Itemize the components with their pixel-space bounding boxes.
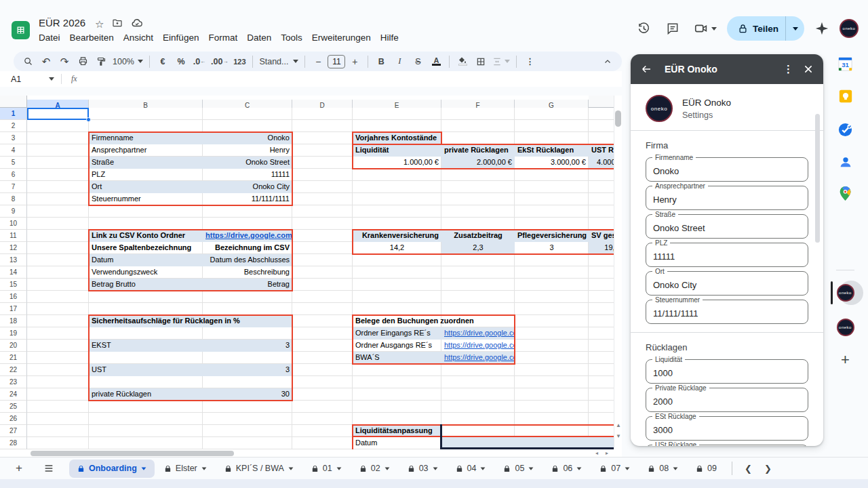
cell-F5[interactable]: 2.000,00 €: [441, 157, 515, 169]
google-keep-icon[interactable]: [823, 89, 868, 104]
back-icon[interactable]: [640, 63, 652, 75]
field-ust-r-cklage[interactable]: USt Rücklage: [646, 445, 808, 446]
row-header-6[interactable]: 6: [0, 169, 27, 181]
sheet-tab-08[interactable]: 08: [639, 460, 686, 478]
menu-bearbeiten[interactable]: Bearbeiten: [65, 30, 119, 45]
tabs-scroll-left-icon[interactable]: ❮: [745, 464, 752, 474]
hide-menus-button[interactable]: [599, 54, 616, 70]
cell-C5[interactable]: Onoko Street: [203, 157, 292, 169]
cell-B15[interactable]: Betrag Brutto: [89, 279, 203, 291]
row-header-9[interactable]: 9: [0, 205, 27, 218]
row-header-12[interactable]: 12: [0, 242, 27, 254]
row-header-25[interactable]: 25: [0, 401, 27, 413]
cells-area[interactable]: FirmennameOnokoAnsprechpartnerHenryStraß…: [27, 108, 614, 449]
field-stra-e[interactable]: Straße: [646, 214, 808, 239]
cell-C13[interactable]: Datum des Abschlusses: [203, 254, 292, 266]
italic-button[interactable]: I: [391, 54, 408, 70]
decrease-decimals-button[interactable]: .0←: [191, 54, 208, 70]
cell-G4[interactable]: EkSt Rücklagen: [515, 144, 589, 157]
cell-F12[interactable]: 2,3: [441, 242, 515, 254]
share-button-main[interactable]: Teilen: [727, 16, 785, 41]
sheet-tab-elster[interactable]: Elster: [156, 460, 215, 478]
share-button[interactable]: Teilen: [727, 16, 804, 41]
row-header-28[interactable]: 28: [0, 437, 27, 449]
cell-E3[interactable]: Vorjahres Kontostände: [353, 132, 441, 144]
cell-B5[interactable]: Straße: [89, 157, 203, 169]
tabs-scroll-right-icon[interactable]: ❯: [764, 464, 772, 474]
cell-B24[interactable]: private Rücklagen: [89, 388, 203, 401]
cell-F11[interactable]: Zusatzbeitrag: [441, 230, 515, 242]
decrease-font-size-button[interactable]: −: [309, 54, 327, 70]
column-header-A[interactable]: A: [27, 100, 89, 108]
row-header-24[interactable]: 24: [0, 388, 27, 401]
increase-decimals-button[interactable]: .00→: [209, 54, 230, 70]
panel-close-icon[interactable]: [803, 64, 814, 75]
strikethrough-button[interactable]: S: [409, 54, 427, 70]
field-ansprechpartner[interactable]: Ansprechpartner: [646, 186, 808, 210]
cell-C15[interactable]: Betrag: [203, 279, 292, 291]
cell-C14[interactable]: Beschreibung: [203, 266, 292, 279]
menu-ansicht[interactable]: Ansicht: [119, 30, 158, 45]
redo-icon[interactable]: ↷: [56, 54, 73, 70]
move-folder-icon[interactable]: [112, 18, 123, 31]
oneko-addon-icon-active[interactable]: oneko: [823, 284, 868, 302]
font-select[interactable]: Stand...: [257, 54, 300, 70]
row-header-8[interactable]: 8: [0, 193, 27, 205]
selection-fill-handle[interactable]: [86, 117, 91, 122]
get-addons-icon[interactable]: +: [823, 351, 868, 369]
row-header-17[interactable]: 17: [0, 303, 27, 315]
column-header-E[interactable]: E: [353, 100, 441, 108]
menu-hilfe[interactable]: Hilfe: [376, 30, 403, 45]
field-liquidit-t[interactable]: Liquidität: [646, 359, 808, 384]
borders-button[interactable]: [472, 54, 490, 70]
row-header-22[interactable]: 22: [0, 364, 27, 376]
select-all-corner[interactable]: [0, 96, 27, 108]
row-header-21[interactable]: 21: [0, 352, 27, 364]
sheet-tab-04[interactable]: 04: [448, 460, 494, 478]
sheet-tab-onboarding[interactable]: Onboarding: [69, 460, 155, 478]
menu-einfügen[interactable]: Einfügen: [158, 30, 203, 45]
scroll-left-icon[interactable]: ◂: [595, 451, 598, 456]
gemini-icon[interactable]: [811, 18, 833, 39]
horizontal-scrollbar-thumb[interactable]: [31, 451, 234, 456]
field-ort[interactable]: Ort: [646, 271, 808, 296]
column-header-C[interactable]: C: [203, 100, 292, 108]
google-calendar-icon[interactable]: 31: [823, 56, 868, 72]
row-header-14[interactable]: 14: [0, 266, 27, 279]
cell-E19[interactable]: Ordner Eingangs RE´s: [353, 327, 441, 340]
field-private-r-cklage[interactable]: Private Rücklage: [646, 388, 808, 412]
cell-C6[interactable]: 11111: [203, 169, 292, 181]
field-input[interactable]: [646, 360, 808, 383]
format-percent-button[interactable]: %: [172, 54, 190, 70]
cloud-status-icon[interactable]: [131, 17, 143, 32]
sheet-tab-09[interactable]: 09: [688, 460, 725, 478]
google-maps-icon[interactable]: [823, 186, 868, 201]
field-plz[interactable]: PLZ: [646, 243, 808, 267]
row-header-3[interactable]: 3: [0, 132, 27, 144]
cell-E28[interactable]: Datum: [353, 437, 441, 449]
cell-F28[interactable]: [441, 437, 515, 449]
name-box[interactable]: A1: [0, 75, 61, 84]
cell-B3[interactable]: Firmenname: [89, 132, 203, 144]
row-header-7[interactable]: 7: [0, 181, 27, 193]
row-header-13[interactable]: 13: [0, 254, 27, 266]
row-header-27[interactable]: 27: [0, 425, 27, 437]
version-history-icon[interactable]: [633, 18, 655, 39]
fill-color-button[interactable]: [454, 54, 471, 70]
cell-H4[interactable]: UST Rücklagen: [589, 144, 614, 157]
cell-C24[interactable]: 30: [203, 388, 292, 401]
field-input[interactable]: [646, 272, 808, 295]
cell-C11[interactable]: https://drive.google.com: [203, 230, 292, 242]
panel-scrollbar-thumb[interactable]: [815, 114, 820, 243]
row-header-1[interactable]: 1: [0, 108, 27, 120]
cell-C8[interactable]: 11/111/1111: [203, 193, 292, 205]
cell-C7[interactable]: Onoko City: [203, 181, 292, 193]
vertical-scrollbar[interactable]: [614, 96, 622, 449]
google-contacts-icon[interactable]: [823, 155, 868, 169]
field-steuernummer[interactable]: Steuernummer: [646, 300, 808, 324]
cell-F4[interactable]: private Rücklagen: [441, 144, 515, 157]
cell-B18[interactable]: Sicherheitsaufschläge für Rücklagen in %: [89, 315, 292, 327]
column-header-H[interactable]: [589, 96, 614, 108]
cell-E4[interactable]: Liquidität: [353, 144, 441, 157]
cell-C3[interactable]: Onoko: [203, 132, 292, 144]
